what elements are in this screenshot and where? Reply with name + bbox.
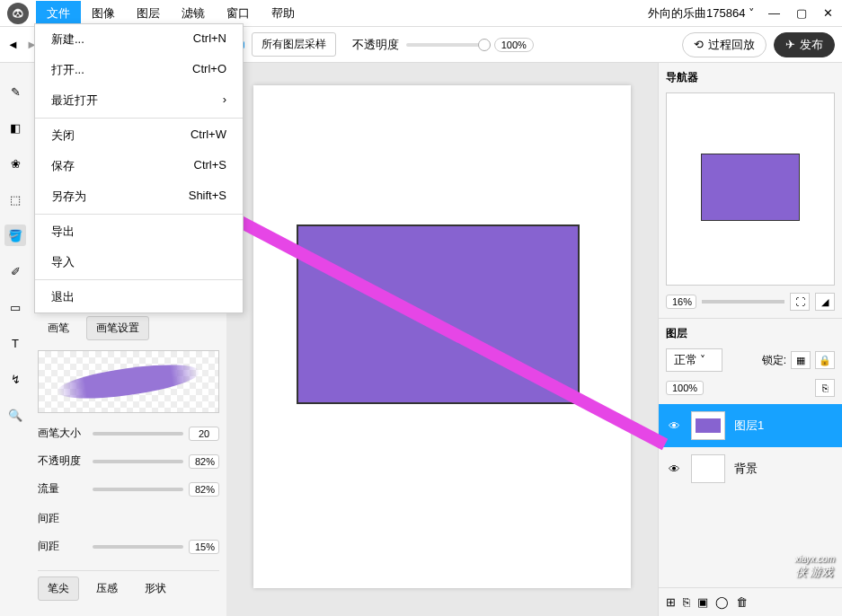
undo-button[interactable]: ◄ (7, 38, 19, 51)
menu-window[interactable]: 窗口 (216, 1, 261, 26)
eyedropper-tool-icon[interactable]: ✐ (4, 260, 26, 282)
publish-button[interactable]: ✈ 发布 (774, 32, 835, 57)
visibility-icon[interactable]: 👁 (666, 419, 682, 433)
navigator-preview[interactable] (666, 92, 835, 286)
flip-icon[interactable]: ◢ (815, 293, 835, 311)
duplicate-layer-icon[interactable]: ⎘ (683, 595, 690, 609)
menu-recent[interactable]: 最近打开› (35, 85, 243, 116)
lock-pixels-icon[interactable]: ▦ (791, 351, 811, 369)
opacity-value: 100% (494, 38, 534, 52)
app-logo: 🐼 (7, 3, 29, 24)
menu-layer[interactable]: 图层 (126, 1, 171, 26)
watermark: xiayx.com 侠 游戏 (795, 554, 835, 580)
layer-name[interactable]: 背景 (734, 461, 758, 477)
flow-slider[interactable] (93, 488, 183, 491)
menu-import[interactable]: 导入 (35, 247, 243, 277)
flow-label: 流量 (38, 481, 87, 497)
opacity-label: 不透明度 (352, 37, 399, 53)
menu-file[interactable]: 文件 (36, 1, 81, 26)
brush-size-label: 画笔大小 (38, 426, 87, 441)
spacing-slider[interactable] (93, 545, 183, 549)
menu-save-as[interactable]: 另存为Shift+S (35, 181, 243, 212)
tool-rail: ✎ ◧ ❀ ⬚ 🪣 ✐ ▭ T ↯ 🔍 (0, 63, 31, 616)
layer-name[interactable]: 图层1 (734, 418, 764, 434)
zoom-value[interactable]: 16% (666, 295, 696, 309)
layers-header: 图层 (659, 318, 842, 348)
canvas-area[interactable] (226, 63, 658, 616)
menu-quit[interactable]: 退出 (35, 282, 243, 312)
menu-save[interactable]: 保存Ctrl+S (35, 151, 243, 181)
menu-open[interactable]: 打开...Ctrl+O (35, 55, 243, 85)
file-dropdown: 新建...Ctrl+N 打开...Ctrl+O 最近打开› 关闭Ctrl+W 保… (34, 23, 244, 313)
maximize-button[interactable]: ▢ (796, 6, 807, 20)
menu-export[interactable]: 导出 (35, 216, 243, 247)
brush-preview (38, 350, 219, 413)
brush-tool-icon[interactable]: ✎ (4, 81, 26, 102)
fit-screen-icon[interactable]: ⛶ (790, 293, 810, 311)
delete-layer-icon[interactable]: 🗑 (736, 595, 748, 609)
tab-brush[interactable]: 画笔 (38, 316, 79, 340)
layer-thumbnail (691, 454, 725, 483)
flow-value[interactable]: 82% (189, 482, 219, 497)
menu-new[interactable]: 新建...Ctrl+N (35, 24, 243, 55)
minimize-button[interactable]: — (768, 6, 780, 20)
mask-icon[interactable]: ◯ (715, 595, 729, 609)
marquee-tool-icon[interactable]: ⬚ (4, 189, 26, 210)
menu-close[interactable]: 关闭Ctrl+W (35, 120, 243, 151)
lock-label: 锁定: (762, 353, 786, 368)
sample-all-layers[interactable]: 所有图层采样 (252, 32, 336, 57)
document-title[interactable]: 外向的乐曲175864 ˅ (648, 5, 755, 22)
tab-shape[interactable]: 形状 (135, 576, 176, 601)
tab-pressure[interactable]: 压感 (86, 576, 128, 601)
tab-brush-settings[interactable]: 画笔设置 (86, 316, 149, 340)
main-menu: 文件 图像 图层 滤镜 窗口 帮助 (36, 1, 306, 26)
menu-help[interactable]: 帮助 (261, 1, 306, 26)
zoom-tool-icon[interactable]: 🔍 (4, 404, 26, 426)
eraser-tool-icon[interactable]: ◧ (4, 117, 26, 138)
opacity-slider[interactable] (406, 43, 487, 47)
new-layer-icon[interactable]: ⊞ (666, 595, 676, 609)
rect-tool-icon[interactable]: ▭ (4, 296, 26, 318)
canvas[interactable] (253, 85, 631, 588)
spacing-label: 间距 (38, 539, 87, 554)
folder-icon[interactable]: ▣ (697, 595, 708, 609)
close-button[interactable]: ✕ (823, 6, 833, 20)
rectangle-shape[interactable] (297, 224, 580, 404)
replay-button[interactable]: ⟲ 过程回放 (682, 32, 767, 57)
blend-mode-select[interactable]: 正常 ˅ (666, 348, 722, 372)
layer-options-icon[interactable]: ⎘ (815, 379, 835, 397)
layer-thumbnail (691, 411, 725, 440)
layer-item-bg[interactable]: 👁 背景 (659, 447, 842, 490)
brush-opacity-value[interactable]: 82% (189, 454, 219, 469)
menu-filter[interactable]: 滤镜 (171, 1, 216, 26)
bucket-tool-icon[interactable]: 🪣 (4, 224, 26, 246)
navigator-header: 导航器 (659, 63, 842, 92)
brush-opacity-slider[interactable] (93, 460, 183, 463)
brush-size-slider[interactable] (93, 432, 183, 436)
lock-all-icon[interactable]: 🔒 (815, 351, 835, 369)
right-panel: 导航器 16% ⛶ ◢ 图层 正常 ˅ 锁定: ▦ 🔒 100% ⎘ 👁 图层1 (658, 63, 842, 616)
layer-item-1[interactable]: 👁 图层1 (659, 404, 842, 447)
layer-opacity-value[interactable]: 100% (666, 381, 704, 395)
visibility-icon[interactable]: 👁 (666, 462, 682, 476)
brush-size-value[interactable]: 20 (189, 427, 219, 441)
text-tool-icon[interactable]: T (4, 332, 26, 354)
zoom-slider[interactable] (702, 300, 784, 304)
smudge-tool-icon[interactable]: ❀ (4, 153, 26, 174)
transform-tool-icon[interactable]: ↯ (4, 368, 26, 390)
spacing-value[interactable]: 15% (189, 540, 219, 554)
tab-tip[interactable]: 笔尖 (38, 576, 79, 601)
brush-opacity-label: 不透明度 (38, 453, 87, 469)
menu-image[interactable]: 图像 (81, 1, 126, 26)
spacing-section-label: 间距 (38, 511, 219, 526)
